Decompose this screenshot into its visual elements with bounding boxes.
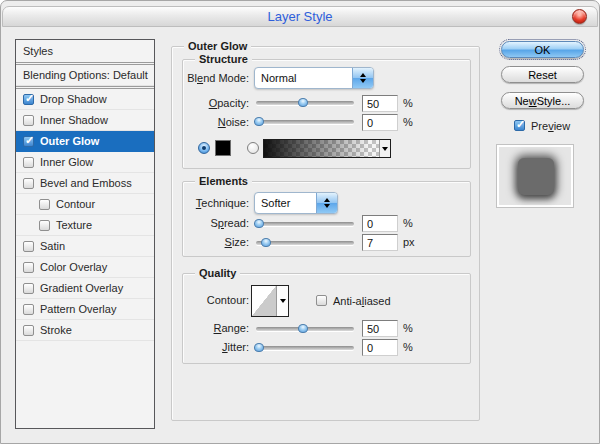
glow-gradient-radio[interactable] [247, 142, 259, 154]
opacity-label: Opacity: [169, 97, 249, 109]
blend-mode-label: Blend Mode: [169, 72, 249, 84]
spread-input[interactable] [362, 215, 398, 232]
sidebar-item-inner-glow[interactable]: Inner Glow [16, 152, 154, 173]
sidebar-item-contour[interactable]: Contour [16, 194, 154, 215]
stepper-icon[interactable] [316, 193, 337, 213]
layer-style-dialog: Layer Style Styles Blending Options: Def… [0, 0, 600, 444]
size-label: Size: [169, 236, 249, 248]
spread-slider[interactable] [256, 222, 354, 226]
noise-slider[interactable] [256, 120, 354, 124]
glow-gradient-picker[interactable] [263, 139, 391, 158]
styles-list-header: Styles [16, 40, 154, 62]
titlebar[interactable]: Layer Style [2, 6, 598, 27]
opacity-input[interactable] [362, 95, 398, 112]
sidebar-item-inner-shadow[interactable]: Inner Shadow [16, 110, 154, 131]
sidebar-item-blending-options[interactable]: Blending Options: Default [16, 65, 154, 86]
pattern-overlay-checkbox[interactable] [23, 304, 34, 315]
jitter-input[interactable] [362, 339, 398, 356]
spread-label: Spread: [169, 217, 249, 229]
elements-legend: Elements [195, 174, 252, 189]
quality-legend: Quality [195, 266, 240, 281]
noise-label: Noise: [169, 116, 249, 128]
blend-mode-value: Normal [255, 72, 352, 84]
sidebar-item-outer-glow[interactable]: Outer Glow [16, 131, 154, 152]
range-label: Range: [169, 322, 249, 334]
size-slider[interactable] [256, 241, 354, 245]
range-slider-thumb[interactable] [298, 324, 308, 333]
reset-button[interactable]: Reset [501, 66, 584, 83]
noise-unit: % [403, 116, 413, 128]
jitter-slider[interactable] [256, 346, 354, 350]
opacity-unit: % [403, 97, 413, 109]
stepper-icon[interactable] [352, 68, 373, 88]
gradient-overlay-checkbox[interactable] [23, 283, 34, 294]
inner-glow-checkbox[interactable] [23, 157, 34, 168]
contour-picker[interactable] [251, 285, 289, 317]
spread-unit: % [403, 217, 413, 229]
gradient-preview [264, 140, 379, 157]
technique-select[interactable]: Softer [254, 192, 338, 214]
inner-shadow-checkbox[interactable] [23, 115, 34, 126]
range-input[interactable] [362, 320, 398, 337]
color-overlay-checkbox[interactable] [23, 262, 34, 273]
close-icon[interactable] [572, 9, 587, 24]
preview-label: Preview [531, 120, 570, 132]
opacity-slider-thumb[interactable] [298, 98, 308, 107]
size-unit: px [403, 236, 415, 248]
jitter-label: Jitter: [169, 341, 249, 353]
new-style-button[interactable]: New Style... [501, 92, 584, 109]
sidebar-item-drop-shadow[interactable]: Drop Shadow [16, 89, 154, 110]
blend-mode-select[interactable]: Normal [254, 67, 374, 89]
noise-input[interactable] [362, 114, 398, 131]
jitter-unit: % [403, 341, 413, 353]
preview-checkbox[interactable] [514, 120, 525, 131]
sidebar-item-color-overlay[interactable]: Color Overlay [16, 257, 154, 278]
technique-value: Softer [255, 197, 316, 209]
glow-color-swatch[interactable] [215, 140, 231, 156]
spread-slider-thumb[interactable] [254, 219, 264, 228]
dialog-title: Layer Style [3, 9, 597, 24]
sidebar-item-satin[interactable]: Satin [16, 236, 154, 257]
styles-list: Styles Blending Options: Default Drop Sh… [15, 39, 155, 429]
contour-label: Contour: [169, 294, 249, 306]
satin-checkbox[interactable] [23, 241, 34, 252]
noise-slider-thumb[interactable] [254, 117, 264, 126]
contour-checkbox[interactable] [39, 199, 50, 210]
outer-glow-checkbox[interactable] [23, 136, 34, 147]
sidebar-item-pattern-overlay[interactable]: Pattern Overlay [16, 299, 154, 320]
sidebar-item-bevel-and-emboss[interactable]: Bevel and Emboss [16, 173, 154, 194]
structure-legend: Structure [195, 52, 252, 67]
anti-aliased-label: Anti-aliased [333, 295, 391, 307]
glow-preview-square [518, 158, 554, 195]
range-slider[interactable] [256, 327, 354, 331]
sidebar-item-stroke[interactable]: Stroke [16, 320, 154, 341]
anti-aliased-checkbox[interactable] [316, 295, 327, 306]
style-preview-thumbnail [496, 144, 574, 208]
drop-shadow-checkbox[interactable] [23, 94, 34, 105]
range-unit: % [403, 322, 413, 334]
contour-dropdown-arrow-icon[interactable] [276, 286, 288, 316]
stroke-checkbox[interactable] [23, 325, 34, 336]
ok-button[interactable]: OK [501, 41, 584, 58]
glow-color-radio[interactable] [198, 142, 210, 154]
technique-label: Technique: [169, 197, 249, 209]
sidebar-item-gradient-overlay[interactable]: Gradient Overlay [16, 278, 154, 299]
bevel-emboss-checkbox[interactable] [23, 178, 34, 189]
opacity-slider[interactable] [256, 101, 354, 105]
texture-checkbox[interactable] [39, 220, 50, 231]
contour-thumbnail [252, 286, 276, 316]
sidebar-item-texture[interactable]: Texture [16, 215, 154, 236]
gradient-dropdown-arrow-icon[interactable] [379, 140, 390, 157]
jitter-slider-thumb[interactable] [254, 343, 264, 352]
size-slider-thumb[interactable] [261, 238, 271, 247]
size-input[interactable] [362, 234, 398, 251]
